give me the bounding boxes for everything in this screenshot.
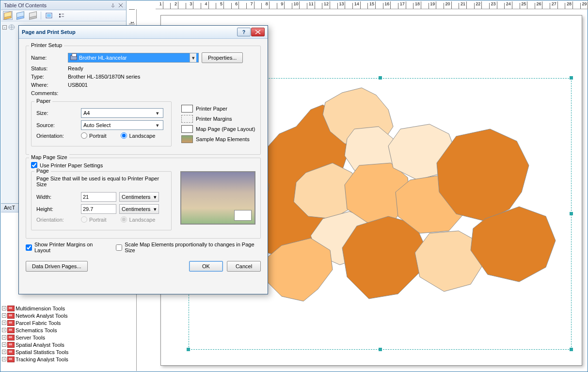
legend-panel: Printer Paper Printer Margins Map Page (… bbox=[181, 98, 255, 146]
paper-source-label: Source: bbox=[36, 122, 78, 128]
list-by-selection-icon[interactable] bbox=[44, 11, 54, 20]
paper-legend: Paper bbox=[34, 98, 52, 104]
chevron-down-icon: ▾ bbox=[154, 122, 161, 129]
page-orientation-label: Orientation: bbox=[36, 217, 78, 223]
toolbox-item[interactable]: +Spatial Analyst Tools bbox=[2, 341, 126, 348]
printer-paper-swatch bbox=[181, 105, 193, 113]
type-value: Brother HL-1850/1870N series bbox=[68, 74, 140, 80]
properties-button[interactable]: Properties... bbox=[202, 52, 243, 63]
cancel-button[interactable]: Cancel bbox=[227, 261, 261, 272]
show-printer-margins-checkbox[interactable]: Show Printer Margins on Layout bbox=[26, 242, 107, 253]
printer-icon bbox=[70, 55, 77, 60]
height-label: Height: bbox=[36, 206, 78, 212]
toc-toolbar bbox=[1, 10, 126, 21]
options-icon[interactable] bbox=[57, 11, 66, 20]
paper-size-value: A4 bbox=[83, 110, 90, 116]
toolbox-icon bbox=[7, 320, 15, 326]
close-icon[interactable] bbox=[118, 3, 123, 8]
toolbox-item[interactable]: +Multidimension Tools bbox=[2, 305, 126, 312]
height-units-combo[interactable]: Centimeters▾ bbox=[119, 204, 159, 214]
page-preview bbox=[180, 168, 255, 225]
map-page-size-group: Map Page Size Use Printer Paper Settings… bbox=[26, 158, 261, 239]
page-group: Page Page Size that will be used is equa… bbox=[31, 171, 172, 230]
toolbox-icon bbox=[7, 349, 15, 355]
list-by-source-icon[interactable] bbox=[16, 11, 25, 20]
toolbox-item[interactable]: +Parcel Fabric Tools bbox=[2, 319, 126, 326]
toolbox-item[interactable]: +Schematics Tools bbox=[2, 326, 126, 334]
printer-name-value: Brother HL-kancelar bbox=[79, 55, 127, 61]
paper-size-combo[interactable]: A4 ▾ bbox=[81, 108, 163, 118]
status-value: Ready bbox=[68, 65, 83, 71]
portrait-radio[interactable]: Portrait bbox=[81, 132, 106, 139]
page-landscape-radio: Landscape bbox=[121, 216, 155, 223]
where-value: USB001 bbox=[68, 82, 88, 88]
toolbox-icon bbox=[7, 327, 15, 333]
close-button[interactable] bbox=[251, 28, 265, 36]
toc-titlebar: Table Of Contents bbox=[1, 1, 126, 10]
width-input[interactable] bbox=[81, 192, 116, 202]
landscape-radio[interactable]: Landscape bbox=[121, 132, 155, 139]
width-units-combo[interactable]: Centimeters▾ bbox=[119, 192, 159, 202]
scale-map-elements-checkbox[interactable]: Scale Map Elements proportionally to cha… bbox=[116, 242, 261, 253]
resize-handle-n[interactable] bbox=[379, 76, 382, 80]
dialog-titlebar[interactable]: Page and Print Setup ? bbox=[19, 26, 268, 39]
dialog-title-text: Page and Print Setup bbox=[22, 29, 76, 35]
svg-rect-2 bbox=[59, 14, 61, 15]
toolbox-icon bbox=[7, 342, 15, 348]
page-portrait-radio: Portrait bbox=[81, 216, 106, 223]
printer-name-combo[interactable]: Brother HL-kancelar ▾ bbox=[68, 53, 199, 63]
ok-button[interactable]: OK bbox=[189, 261, 223, 272]
svg-rect-1 bbox=[47, 14, 51, 17]
toolbox-item[interactable]: +Tracking Analyst Tools bbox=[2, 356, 126, 363]
toolbox-item[interactable]: +Network Analyst Tools bbox=[2, 312, 126, 319]
where-label: Where: bbox=[31, 82, 65, 88]
printer-name-label: Name: bbox=[31, 55, 65, 61]
svg-rect-3 bbox=[59, 16, 61, 17]
chevron-down-icon: ▾ bbox=[154, 194, 157, 200]
pin-icon[interactable] bbox=[111, 3, 115, 8]
width-label: Width: bbox=[36, 194, 78, 200]
toolbox-icon bbox=[7, 306, 15, 311]
resize-handle-se[interactable] bbox=[570, 348, 573, 351]
resize-handle-e[interactable] bbox=[570, 212, 573, 215]
printer-setup-legend: Printer Setup bbox=[29, 42, 64, 48]
resize-handle-s[interactable] bbox=[379, 348, 382, 351]
sample-map-swatch bbox=[181, 135, 193, 143]
status-label: Status: bbox=[31, 65, 65, 71]
use-printer-paper-checkbox[interactable]: Use Printer Paper Settings bbox=[31, 162, 255, 168]
page-hint: Page Size that will be used is equal to … bbox=[36, 176, 166, 187]
paper-group: Paper Size: A4 ▾ Source: Auto Select bbox=[31, 101, 172, 146]
printer-setup-group: Printer Setup Name: Brother HL-kancelar … bbox=[26, 46, 261, 155]
map-page-size-legend: Map Page Size bbox=[29, 154, 69, 160]
chevron-down-icon: ▾ bbox=[190, 53, 196, 62]
resize-handle-sw[interactable] bbox=[187, 348, 190, 351]
toolbox-item[interactable]: +Spatial Statistics Tools bbox=[2, 348, 126, 356]
toolbox-icon bbox=[7, 313, 15, 319]
resize-handle-ne[interactable] bbox=[570, 76, 573, 80]
toolbox-item[interactable]: +Server Tools bbox=[2, 334, 126, 341]
toolbox-icon bbox=[7, 335, 15, 340]
horizontal-ruler: 1234567891011121314151617181920212223242… bbox=[156, 1, 588, 9]
list-by-visibility-icon[interactable] bbox=[28, 11, 38, 20]
paper-size-label: Size: bbox=[36, 110, 78, 116]
data-driven-pages-button[interactable]: Data Driven Pages... bbox=[26, 261, 88, 272]
page-print-setup-dialog: Page and Print Setup ? Printer Setup Nam… bbox=[18, 25, 268, 294]
type-label: Type: bbox=[31, 74, 65, 80]
paper-source-combo[interactable]: Auto Select ▾ bbox=[81, 120, 163, 130]
chevron-down-icon: ▾ bbox=[154, 206, 157, 212]
height-input[interactable] bbox=[81, 204, 116, 214]
map-page-swatch bbox=[181, 125, 193, 133]
list-by-drawing-order-icon[interactable] bbox=[3, 11, 13, 20]
paper-orientation-label: Orientation: bbox=[36, 133, 78, 139]
printer-margins-swatch bbox=[181, 115, 193, 123]
paper-source-value: Auto Select bbox=[83, 122, 111, 128]
chevron-down-icon: ▾ bbox=[154, 110, 161, 116]
toc-title-text: Table Of Contents bbox=[4, 2, 47, 8]
toolbox-icon bbox=[7, 356, 15, 362]
page-legend: Page bbox=[34, 168, 51, 174]
help-button[interactable]: ? bbox=[237, 28, 251, 36]
comments-label: Comments: bbox=[31, 90, 65, 96]
preview-thumbnail bbox=[180, 171, 255, 225]
